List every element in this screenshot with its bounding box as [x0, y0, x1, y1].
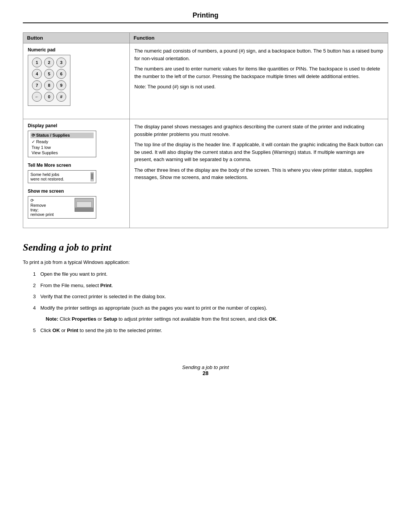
numeric-pad-desc-1: The numeric pad consists of numbers, a p…	[134, 47, 383, 62]
step-number-4: 4	[30, 304, 36, 312]
show-me-section: Show me screen ⟳ Remove tray; remove pri…	[28, 189, 125, 219]
display-desc-2: The top line of the display is the heade…	[134, 141, 383, 163]
note-label: Note:	[46, 316, 58, 322]
display-screen-widget: ⟳ Status / Supplies ✓ Ready Tray 1 low V…	[28, 131, 96, 157]
numeric-pad-widget: 1 2 3 4 5 6 7 8 9	[28, 55, 70, 106]
note-ok: OK	[269, 316, 276, 322]
step-note: Note: Click Properties or Setup to adjus…	[46, 315, 388, 323]
page-footer: Sending a job to print 28	[23, 364, 388, 376]
show-me-line-2: tray;	[30, 208, 72, 212]
title-divider	[23, 22, 388, 23]
footer-text: Sending a job to print	[23, 364, 388, 370]
steps-list: 1 Open the file you want to print. 2 Fro…	[30, 270, 388, 312]
display-header-line: ⟳ Status / Supplies	[30, 133, 94, 138]
table-row-numeric-pad: Numeric pad 1 2 3 4 5 6 7	[23, 43, 388, 119]
numpad-row-1: 1 2 3	[32, 58, 66, 67]
show-me-line-1: Remove	[30, 203, 72, 208]
step-text-3: Verify that the correct printer is selec…	[40, 293, 166, 300]
list-item: 4 Modify the printer settings as appropr…	[30, 304, 388, 312]
tell-me-scrollbar[interactable]	[91, 172, 94, 181]
main-table: Button Function Numeric pad 1 2 3 4	[23, 32, 388, 228]
step-number-5: 5	[30, 327, 36, 334]
list-item: 3 Verify that the correct printer is sel…	[30, 293, 388, 300]
show-me-text-content: ⟳ Remove tray; remove print	[30, 198, 72, 217]
list-item: 2 From the File menu, select Print.	[30, 282, 388, 289]
sending-heading: Sending a job to print	[23, 242, 388, 253]
numeric-pad-function: The numeric pad consists of numbers, a p…	[130, 43, 388, 119]
tell-me-text-content: Some held jobs were not restored.	[30, 172, 89, 181]
show-me-label: Show me screen	[28, 189, 125, 194]
numpad-row-4: ← 0 #	[32, 92, 66, 102]
table-header-function: Function	[130, 33, 388, 43]
page-number: 28	[23, 370, 388, 376]
list-item: 5 Click OK or Print to send the job to t…	[30, 327, 388, 334]
step-text-2: From the File menu, select Print.	[40, 282, 113, 289]
show-me-tray-image	[75, 198, 94, 212]
step-text-5: Click OK or Print to send the job to the…	[40, 327, 162, 334]
numpad-key-9[interactable]: 9	[56, 80, 66, 90]
table-row-display-panel: Display panel ⟳ Status / Supplies ✓ Read…	[23, 119, 388, 228]
scrollbar-thumb	[91, 173, 93, 179]
numpad-row-3: 7 8 9	[32, 80, 66, 90]
numpad-key-2[interactable]: 2	[44, 58, 54, 67]
numpad-key-0[interactable]: 0	[44, 92, 54, 102]
numpad-key-3[interactable]: 3	[56, 58, 66, 67]
sending-intro: To print a job from a typical Windows ap…	[23, 259, 388, 265]
tell-me-more-section: Tell Me More screen Some held jobs were …	[28, 163, 125, 183]
note-properties: Properties	[72, 316, 96, 322]
display-body-line-1: ✓ Ready	[30, 139, 94, 145]
numpad-key-1[interactable]: 1	[32, 58, 42, 67]
numeric-pad-section: Numeric pad 1 2 3 4 5 6 7	[28, 47, 125, 110]
show-me-screen-widget: ⟳ Remove tray; remove print	[28, 196, 96, 219]
display-panel-section: Display panel ⟳ Status / Supplies ✓ Read…	[28, 123, 125, 157]
display-body-line-2: Tray 1 low	[30, 145, 94, 150]
step-number-2: 2	[30, 282, 36, 289]
show-me-icon: ⟳	[30, 198, 72, 203]
tell-me-line-2: were not restored.	[30, 177, 89, 181]
display-panel-function: The display panel shows messages and gra…	[130, 119, 388, 228]
display-desc-1: The display panel shows messages and gra…	[134, 123, 383, 138]
numpad-key-5[interactable]: 5	[44, 69, 54, 79]
numeric-pad-desc-2: The numbers are used to enter numeric va…	[134, 65, 383, 80]
display-body-line-3: View Supplies	[30, 150, 94, 155]
numeric-pad-note: Note: The pound (#) sign is not used.	[134, 83, 383, 91]
tell-me-screen-widget: Some held jobs were not restored.	[28, 170, 96, 183]
table-header-button: Button	[23, 33, 130, 43]
page-title: Printing	[23, 11, 388, 19]
display-panel-label: Display panel	[28, 123, 125, 128]
step-bold-print: Print	[100, 283, 112, 288]
tell-me-line-1: Some held jobs	[30, 172, 89, 177]
show-me-line-3: remove print	[30, 212, 72, 217]
numpad-row-2: 4 5 6	[32, 69, 66, 79]
step-number-1: 1	[30, 270, 36, 278]
numpad-key-8[interactable]: 8	[44, 80, 54, 90]
display-desc-3: The other three lines of the display are…	[134, 166, 383, 181]
numpad-key-6[interactable]: 6	[56, 69, 66, 79]
numpad-key-pound[interactable]: #	[56, 92, 66, 102]
list-item: 1 Open the file you want to print.	[30, 270, 388, 278]
sending-section: Sending a job to print To print a job fr…	[23, 242, 388, 334]
step5-ok: OK	[53, 328, 60, 333]
numpad-key-4[interactable]: 4	[32, 69, 42, 79]
step-text-1: Open the file you want to print.	[40, 270, 107, 278]
numeric-pad-label: Numeric pad	[28, 47, 125, 53]
note-setup: Setup	[104, 316, 117, 322]
step5-print: Print	[67, 328, 78, 333]
step-number-3: 3	[30, 293, 36, 300]
tell-me-more-label: Tell Me More screen	[28, 163, 125, 168]
steps-list-5: 5 Click OK or Print to send the job to t…	[30, 327, 388, 334]
numpad-key-7[interactable]: 7	[32, 80, 42, 90]
numpad-key-back[interactable]: ←	[32, 92, 42, 102]
step-text-4: Modify the printer settings as appropria…	[40, 304, 267, 312]
